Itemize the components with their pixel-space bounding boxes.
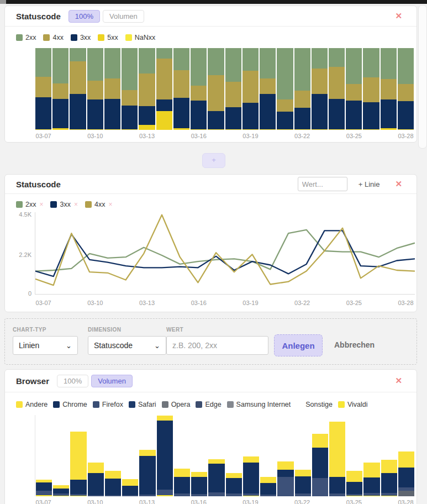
bar-segment-3xx [191,101,207,129]
bar-segment-2xx [156,48,172,59]
toggle-volumen[interactable]: Volumen [103,10,144,23]
bar-03-11 [104,48,120,130]
legend-item-edge: Edge [196,401,221,408]
legend-remove-icon[interactable]: × [39,201,43,208]
bar-03-24 [329,48,345,130]
bar-segment-2xx [398,48,414,84]
scrollbar-thumb[interactable] [418,5,427,149]
add-line-button[interactable]: + Linie [355,180,383,189]
bar-segment-andere [174,469,190,477]
bar-segment-chrome [329,477,345,494]
close-icon[interactable]: ✕ [392,375,405,386]
bar-segment-5xx [173,128,189,130]
chevron-down-icon: ⌄ [154,342,160,350]
x-axis-label [207,300,224,306]
x-axis-label [207,133,224,139]
bar-segment-andere [208,459,224,464]
legend-item-chrome: Chrome [53,401,87,408]
bar-03-17 [208,459,224,496]
bar-segment-vivaldi [346,496,362,496]
x-axis-label: 03-19 [242,300,259,306]
bar-segment-5xx [191,129,207,130]
bar-segment-4xx [260,78,276,94]
legend-item-3xx[interactable]: 3xx× [50,201,77,208]
legend-remove-icon[interactable]: × [108,201,112,208]
x-axis-label [259,133,276,139]
legend-label: Firefox [102,401,123,408]
bar-03-19 [243,456,259,496]
toggle-volumen[interactable]: Volumen [91,375,133,387]
abbrechen-button[interactable]: Abbrechen [331,340,378,350]
bar-03-24 [329,422,345,496]
bar-segment-2xx [363,48,379,77]
x-axis-label: 03-22 [294,133,311,139]
bar-03-26 [363,48,379,130]
toggle-100-percent[interactable]: 100% [57,375,88,387]
legend-item-safari: Safari [129,401,156,408]
legend-label: Opera [171,401,191,408]
bar-segment-4xx [346,84,362,101]
bar-segment-3xx [156,99,172,111]
bar-segment-4xx [398,84,414,101]
window-corner [0,0,6,4]
x-axis-label [328,499,345,504]
bar-03-22 [294,48,310,130]
x-axis-label [173,300,190,306]
toggle-100-percent[interactable]: 100% [68,10,100,23]
bar-segment-2xx [52,48,68,83]
bar-segment-chrome [226,478,242,494]
bar-segment-vivaldi [53,496,69,496]
x-axis-label [121,499,138,504]
x-axis-label: 03-16 [190,133,207,139]
bar-03-14 [157,416,173,496]
bar-segment-4xx [191,86,207,101]
wert-value-input[interactable] [166,336,268,355]
bar-03-17 [208,48,224,130]
legend-item-2xx[interactable]: 2xx× [16,201,43,208]
bar-segment-andere [105,471,121,479]
x-axis-label [328,300,345,306]
x-axis-label [362,300,379,306]
legend-item-sonstige: Sonstige [296,401,333,408]
line-series-2xx [35,230,415,271]
wert-input[interactable] [298,177,347,191]
bar-segment-2xx [87,48,103,81]
chart-type-select[interactable]: Linien ⌄ [13,336,78,355]
bar-segment-chrome [260,483,276,495]
bar-segment-2xx [277,48,293,99]
bar-segment-andere [88,463,104,473]
legend-item-5xx: 5xx [98,34,118,41]
y-axis-label: 2.2K [9,251,31,258]
bar-segment-chrome [53,489,69,494]
bar-segment-3xx [173,98,189,128]
bar-segment-2xx [208,48,224,75]
legend-item-2xx: 2xx [16,34,36,41]
add-chart-button[interactable]: + [202,153,225,168]
x-axis-label [380,499,397,504]
bar-03-22 [295,470,311,496]
bar-segment-andere [226,473,242,478]
x-axis-label [380,300,397,306]
bar-segment-3xx [70,94,86,129]
x-axis-label: 03-25 [345,499,362,504]
bar-segment-chrome [70,480,86,494]
bar-03-15 [174,469,190,496]
bar-segment-andere [260,477,276,483]
window-top-edge [0,0,427,4]
close-icon[interactable]: ✕ [392,179,405,190]
bar-segment-firefox [226,494,242,496]
legend-item-4xx[interactable]: 4xx× [85,201,112,208]
legend-remove-icon[interactable]: × [74,201,78,208]
panel-header: Browser 100% Volumen ✕ [5,370,417,392]
x-axis-label: 03-25 [345,300,362,306]
bar-segment-chrome [191,477,207,494]
bar-03-28 [398,452,414,496]
bar-segment-4xx [104,78,120,99]
bar-03-16 [191,472,207,496]
dimension-select[interactable]: Statuscode ⌄ [88,336,166,355]
legend-label: 4xx [52,34,63,41]
anlegen-button[interactable]: Anlegen [274,334,323,356]
bar-03-20 [260,477,276,496]
bar-segment-5xx [277,129,293,130]
close-icon[interactable]: ✕ [392,11,405,22]
